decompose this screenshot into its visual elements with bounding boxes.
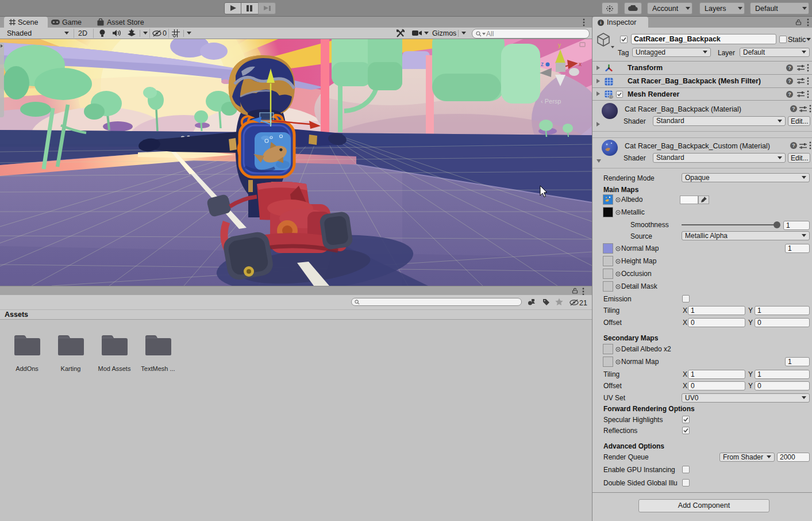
svg-text:x: x	[579, 61, 582, 67]
svg-text:y: y	[558, 42, 561, 48]
svg-text:‹ Persp: ‹ Persp	[541, 98, 561, 105]
svg-text:z: z	[541, 61, 544, 67]
